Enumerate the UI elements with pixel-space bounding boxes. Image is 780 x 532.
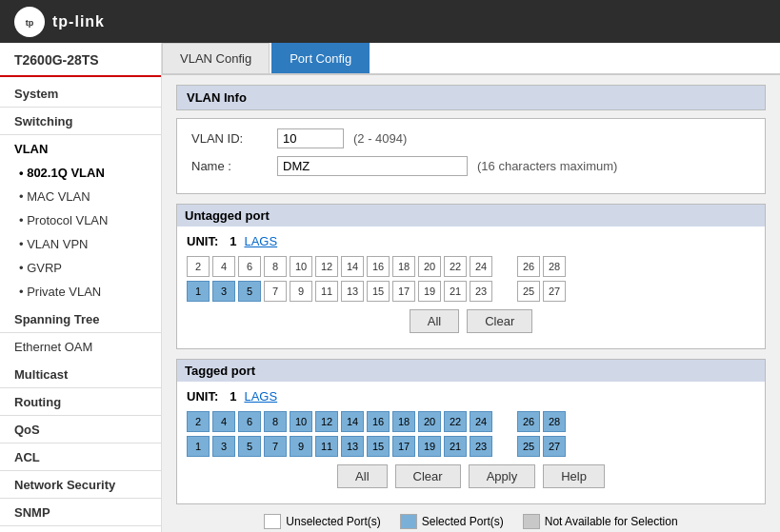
port-btn-26[interactable]: 26 bbox=[517, 256, 540, 277]
vlan-info-header: VLAN Info bbox=[176, 85, 766, 110]
port-btn-22[interactable]: 22 bbox=[444, 256, 467, 277]
sidebar-item-switching[interactable]: Switching bbox=[0, 109, 161, 135]
sidebar-item-mac-vlan[interactable]: • MAC VLAN bbox=[0, 185, 161, 208]
vlan-id-input[interactable] bbox=[277, 128, 344, 148]
tagged-port-grid: 2 4 6 8 10 12 14 16 18 20 22 24 26 bbox=[187, 411, 755, 457]
port-btn-7[interactable]: 7 bbox=[264, 281, 287, 302]
vlan-info-section: VLAN ID: (2 - 4094) Name : (16 character… bbox=[176, 118, 766, 194]
port-btn-18[interactable]: 18 bbox=[392, 256, 415, 277]
tagged-port-btn-8[interactable]: 8 bbox=[264, 411, 287, 432]
port-btn-9[interactable]: 9 bbox=[290, 281, 312, 302]
tagged-port-btn-16[interactable]: 16 bbox=[367, 411, 390, 432]
legend-unavailable-box bbox=[523, 514, 540, 529]
sidebar-item-acl[interactable]: ACL bbox=[0, 445, 161, 471]
tagged-port-btn-11[interactable]: 11 bbox=[315, 436, 338, 457]
sidebar-item-lldp[interactable]: LLDP bbox=[0, 528, 161, 532]
tagged-port-btn-14[interactable]: 14 bbox=[341, 411, 364, 432]
sidebar-item-system[interactable]: System bbox=[0, 82, 161, 108]
port-btn-17[interactable]: 17 bbox=[392, 281, 415, 302]
port-btn-25[interactable]: 25 bbox=[517, 281, 540, 302]
sidebar-item-vlan[interactable]: VLAN bbox=[0, 137, 161, 161]
sidebar-item-network-security[interactable]: Network Security bbox=[0, 473, 161, 499]
port-btn-1[interactable]: 1 bbox=[187, 281, 210, 302]
tagged-port-btn-21[interactable]: 21 bbox=[444, 436, 467, 457]
untagged-clear-button[interactable]: Clear bbox=[467, 309, 532, 333]
sidebar-item-private-vlan[interactable]: • Private VLAN bbox=[0, 280, 161, 304]
tagged-port-btn-10[interactable]: 10 bbox=[290, 411, 312, 432]
sidebar-item-protocol-vlan[interactable]: • Protocol VLAN bbox=[0, 208, 161, 232]
tagged-lags-link[interactable]: LAGS bbox=[244, 389, 277, 404]
tab-vlan-config[interactable]: VLAN Config bbox=[162, 43, 270, 73]
tagged-port-btn-18[interactable]: 18 bbox=[392, 411, 415, 432]
port-btn-24[interactable]: 24 bbox=[470, 256, 492, 277]
tagged-port-btn-9[interactable]: 9 bbox=[290, 436, 312, 457]
tagged-port-btn-3[interactable]: 3 bbox=[212, 436, 235, 457]
sidebar-item-routing[interactable]: Routing bbox=[0, 390, 161, 416]
tagged-port-btn-6[interactable]: 6 bbox=[238, 411, 261, 432]
tagged-help-button[interactable]: Help bbox=[543, 464, 605, 488]
port-btn-15[interactable]: 15 bbox=[367, 281, 390, 302]
port-btn-13[interactable]: 13 bbox=[341, 281, 364, 302]
tagged-port-btn-27[interactable]: 27 bbox=[543, 436, 566, 457]
sidebar-item-multicast[interactable]: Multicast bbox=[0, 363, 161, 388]
tagged-port-btn-17[interactable]: 17 bbox=[392, 436, 415, 457]
tagged-port-btn-25[interactable]: 25 bbox=[517, 436, 540, 457]
untagged-lags-link[interactable]: LAGS bbox=[244, 234, 277, 248]
port-btn-3[interactable]: 3 bbox=[212, 281, 235, 302]
tagged-action-row: All Clear Apply Help bbox=[187, 464, 755, 488]
tagged-port-btn-15[interactable]: 15 bbox=[367, 436, 390, 457]
tagged-port-btn-23[interactable]: 23 bbox=[470, 436, 492, 457]
port-btn-14[interactable]: 14 bbox=[341, 256, 364, 277]
legend-selected: Selected Port(s) bbox=[400, 514, 504, 529]
untagged-all-button[interactable]: All bbox=[410, 309, 459, 333]
tab-bar: VLAN Config Port Config bbox=[162, 43, 780, 75]
tagged-port-btn-12[interactable]: 12 bbox=[315, 411, 338, 432]
port-btn-10[interactable]: 10 bbox=[290, 256, 312, 277]
port-btn-5[interactable]: 5 bbox=[238, 281, 261, 302]
port-btn-11[interactable]: 11 bbox=[315, 281, 338, 302]
port-btn-21[interactable]: 21 bbox=[444, 281, 467, 302]
tagged-port-btn-1[interactable]: 1 bbox=[187, 436, 210, 457]
port-btn-19[interactable]: 19 bbox=[418, 281, 441, 302]
port-btn-8[interactable]: 8 bbox=[264, 256, 287, 277]
tagged-port-btn-28[interactable]: 28 bbox=[543, 411, 566, 432]
sidebar-item-qos[interactable]: QoS bbox=[0, 418, 161, 443]
tagged-port-btn-13[interactable]: 13 bbox=[341, 436, 364, 457]
sidebar-item-spanning-tree[interactable]: Spanning Tree bbox=[0, 307, 161, 333]
tagged-port-btn-5[interactable]: 5 bbox=[238, 436, 261, 457]
tagged-port-btn-19[interactable]: 19 bbox=[418, 436, 441, 457]
port-btn-23[interactable]: 23 bbox=[470, 281, 492, 302]
sidebar-item-gvrp[interactable]: • GVRP bbox=[0, 256, 161, 280]
port-btn-27[interactable]: 27 bbox=[543, 281, 566, 302]
tagged-port-row1: 2 4 6 8 10 12 14 16 18 20 22 24 26 bbox=[187, 411, 755, 432]
vlan-name-input[interactable] bbox=[277, 156, 468, 176]
content-area: VLAN Info VLAN ID: (2 - 4094) Name : (16… bbox=[162, 75, 780, 532]
port-btn-28[interactable]: 28 bbox=[543, 256, 566, 277]
sidebar-item-snmp[interactable]: SNMP bbox=[0, 501, 161, 526]
port-btn-16[interactable]: 16 bbox=[367, 256, 390, 277]
tagged-clear-button[interactable]: Clear bbox=[395, 464, 461, 488]
tagged-port-btn-22[interactable]: 22 bbox=[444, 411, 467, 432]
tagged-port-btn-4[interactable]: 4 bbox=[212, 411, 235, 432]
tagged-port-btn-24[interactable]: 24 bbox=[470, 411, 492, 432]
port-btn-6[interactable]: 6 bbox=[238, 256, 261, 277]
sidebar-item-ethernet-oam[interactable]: Ethernet OAM bbox=[0, 335, 161, 359]
main-content: VLAN Config Port Config VLAN Info VLAN I… bbox=[162, 43, 780, 532]
logo-area: tp tp-link bbox=[14, 7, 105, 37]
port-btn-20[interactable]: 20 bbox=[418, 256, 441, 277]
tagged-all-button[interactable]: All bbox=[337, 464, 387, 488]
tagged-apply-button[interactable]: Apply bbox=[469, 464, 536, 488]
legend-unavailable: Not Available for Selection bbox=[523, 514, 678, 529]
port-btn-4[interactable]: 4 bbox=[212, 256, 235, 277]
tagged-port-btn-7[interactable]: 7 bbox=[264, 436, 287, 457]
tagged-port-btn-2[interactable]: 2 bbox=[187, 411, 210, 432]
tab-port-config[interactable]: Port Config bbox=[271, 43, 370, 73]
port-btn-12[interactable]: 12 bbox=[315, 256, 338, 277]
tagged-port-btn-26[interactable]: 26 bbox=[517, 411, 540, 432]
legend-selected-box bbox=[400, 514, 417, 529]
tagged-port-btn-20[interactable]: 20 bbox=[418, 411, 441, 432]
port-btn-2[interactable]: 2 bbox=[187, 256, 210, 277]
untagged-port-header: Untagged port bbox=[177, 205, 765, 227]
sidebar-item-vlan-vpn[interactable]: • VLAN VPN bbox=[0, 232, 161, 256]
sidebar-item-8021q-vlan[interactable]: • 802.1Q VLAN bbox=[0, 161, 161, 185]
